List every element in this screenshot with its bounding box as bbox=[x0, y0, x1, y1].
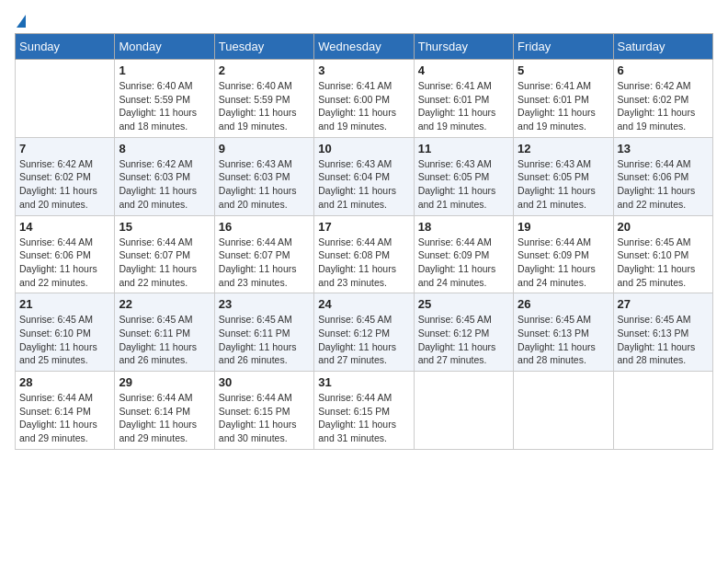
weekday-header: Wednesday bbox=[314, 34, 414, 60]
day-info: Sunrise: 6:45 AMSunset: 6:12 PMDaylight:… bbox=[418, 313, 509, 367]
weekday-header: Monday bbox=[115, 34, 214, 60]
day-number: 19 bbox=[518, 220, 609, 234]
calendar-day-cell: 12Sunrise: 6:43 AMSunset: 6:05 PMDayligh… bbox=[514, 137, 613, 215]
calendar-day-cell: 2Sunrise: 6:40 AMSunset: 5:59 PMDaylight… bbox=[214, 60, 313, 138]
day-number: 21 bbox=[19, 297, 110, 311]
calendar-day-cell: 9Sunrise: 6:43 AMSunset: 6:03 PMDaylight… bbox=[214, 137, 313, 215]
day-number: 22 bbox=[119, 297, 210, 311]
day-info: Sunrise: 6:44 AMSunset: 6:09 PMDaylight:… bbox=[518, 236, 609, 290]
logo-triangle-icon bbox=[17, 15, 26, 28]
day-info: Sunrise: 6:44 AMSunset: 6:15 PMDaylight:… bbox=[219, 391, 310, 445]
calendar-week-row: 1Sunrise: 6:40 AMSunset: 5:59 PMDaylight… bbox=[16, 60, 713, 138]
calendar-day-cell: 8Sunrise: 6:42 AMSunset: 6:03 PMDaylight… bbox=[115, 137, 214, 215]
calendar-day-cell: 27Sunrise: 6:45 AMSunset: 6:13 PMDayligh… bbox=[613, 293, 712, 372]
day-number: 1 bbox=[119, 63, 210, 77]
day-info: Sunrise: 6:40 AMSunset: 5:59 PMDaylight:… bbox=[219, 79, 310, 133]
day-info: Sunrise: 6:45 AMSunset: 6:12 PMDaylight:… bbox=[318, 313, 409, 367]
calendar-day-cell: 7Sunrise: 6:42 AMSunset: 6:02 PMDaylight… bbox=[16, 137, 115, 215]
calendar-day-cell: 1Sunrise: 6:40 AMSunset: 5:59 PMDaylight… bbox=[115, 60, 214, 138]
calendar-day-cell: 18Sunrise: 6:44 AMSunset: 6:09 PMDayligh… bbox=[414, 215, 513, 293]
calendar-day-cell: 22Sunrise: 6:45 AMSunset: 6:11 PMDayligh… bbox=[115, 293, 214, 372]
day-info: Sunrise: 6:43 AMSunset: 6:05 PMDaylight:… bbox=[518, 157, 609, 212]
day-number: 7 bbox=[19, 142, 110, 155]
page-header bbox=[15, 15, 713, 28]
day-info: Sunrise: 6:44 AMSunset: 6:08 PMDaylight:… bbox=[318, 236, 409, 290]
calendar-week-row: 14Sunrise: 6:44 AMSunset: 6:06 PMDayligh… bbox=[16, 215, 713, 293]
day-number: 15 bbox=[119, 220, 210, 234]
day-info: Sunrise: 6:43 AMSunset: 6:03 PMDaylight:… bbox=[219, 157, 310, 212]
day-number: 10 bbox=[318, 142, 409, 155]
day-number: 12 bbox=[518, 142, 609, 155]
day-info: Sunrise: 6:44 AMSunset: 6:07 PMDaylight:… bbox=[219, 236, 310, 290]
day-info: Sunrise: 6:44 AMSunset: 6:07 PMDaylight:… bbox=[119, 236, 210, 290]
calendar-week-row: 7Sunrise: 6:42 AMSunset: 6:02 PMDaylight… bbox=[16, 137, 713, 215]
calendar-day-cell: 10Sunrise: 6:43 AMSunset: 6:04 PMDayligh… bbox=[314, 137, 414, 215]
day-info: Sunrise: 6:42 AMSunset: 6:02 PMDaylight:… bbox=[19, 157, 110, 212]
calendar-week-row: 21Sunrise: 6:45 AMSunset: 6:10 PMDayligh… bbox=[16, 293, 713, 372]
day-number: 3 bbox=[318, 63, 409, 77]
calendar-day-cell: 5Sunrise: 6:41 AMSunset: 6:01 PMDaylight… bbox=[514, 60, 613, 138]
day-info: Sunrise: 6:43 AMSunset: 6:05 PMDaylight:… bbox=[418, 157, 509, 212]
calendar-day-cell bbox=[613, 372, 712, 450]
calendar-day-cell: 28Sunrise: 6:44 AMSunset: 6:14 PMDayligh… bbox=[16, 372, 115, 450]
day-info: Sunrise: 6:41 AMSunset: 6:00 PMDaylight:… bbox=[318, 79, 409, 133]
calendar-day-cell: 30Sunrise: 6:44 AMSunset: 6:15 PMDayligh… bbox=[214, 372, 313, 450]
calendar-day-cell bbox=[514, 372, 613, 450]
day-info: Sunrise: 6:45 AMSunset: 6:13 PMDaylight:… bbox=[618, 313, 709, 367]
day-number: 25 bbox=[418, 297, 509, 311]
weekday-header: Saturday bbox=[613, 34, 712, 60]
calendar-day-cell: 19Sunrise: 6:44 AMSunset: 6:09 PMDayligh… bbox=[514, 215, 613, 293]
day-number: 14 bbox=[19, 220, 110, 234]
day-number: 13 bbox=[618, 142, 709, 155]
calendar-day-cell: 24Sunrise: 6:45 AMSunset: 6:12 PMDayligh… bbox=[314, 293, 414, 372]
day-info: Sunrise: 6:42 AMSunset: 6:03 PMDaylight:… bbox=[119, 157, 210, 212]
day-info: Sunrise: 6:44 AMSunset: 6:06 PMDaylight:… bbox=[618, 157, 709, 212]
calendar-day-cell: 16Sunrise: 6:44 AMSunset: 6:07 PMDayligh… bbox=[214, 215, 313, 293]
day-info: Sunrise: 6:40 AMSunset: 5:59 PMDaylight:… bbox=[119, 79, 210, 133]
calendar-day-cell bbox=[414, 372, 513, 450]
day-number: 17 bbox=[318, 220, 409, 234]
weekday-header: Thursday bbox=[414, 34, 513, 60]
day-number: 11 bbox=[418, 142, 509, 155]
day-number: 23 bbox=[219, 297, 310, 311]
calendar-day-cell: 23Sunrise: 6:45 AMSunset: 6:11 PMDayligh… bbox=[214, 293, 313, 372]
calendar-day-cell: 20Sunrise: 6:45 AMSunset: 6:10 PMDayligh… bbox=[613, 215, 712, 293]
weekday-header: Sunday bbox=[16, 34, 115, 60]
day-number: 18 bbox=[418, 220, 509, 234]
calendar-day-cell: 25Sunrise: 6:45 AMSunset: 6:12 PMDayligh… bbox=[414, 293, 513, 372]
day-info: Sunrise: 6:45 AMSunset: 6:11 PMDaylight:… bbox=[219, 313, 310, 367]
calendar-day-cell: 3Sunrise: 6:41 AMSunset: 6:00 PMDaylight… bbox=[314, 60, 414, 138]
calendar-day-cell: 14Sunrise: 6:44 AMSunset: 6:06 PMDayligh… bbox=[16, 215, 115, 293]
day-number: 4 bbox=[418, 63, 509, 77]
calendar-day-cell: 31Sunrise: 6:44 AMSunset: 6:15 PMDayligh… bbox=[314, 372, 414, 450]
calendar-day-cell: 6Sunrise: 6:42 AMSunset: 6:02 PMDaylight… bbox=[613, 60, 712, 138]
calendar-day-cell: 21Sunrise: 6:45 AMSunset: 6:10 PMDayligh… bbox=[16, 293, 115, 372]
day-number: 6 bbox=[618, 63, 709, 77]
day-number: 16 bbox=[219, 220, 310, 234]
day-info: Sunrise: 6:44 AMSunset: 6:06 PMDaylight:… bbox=[19, 236, 110, 290]
day-info: Sunrise: 6:42 AMSunset: 6:02 PMDaylight:… bbox=[618, 79, 709, 133]
day-info: Sunrise: 6:45 AMSunset: 6:11 PMDaylight:… bbox=[119, 313, 210, 367]
weekday-header: Friday bbox=[514, 34, 613, 60]
calendar-day-cell: 13Sunrise: 6:44 AMSunset: 6:06 PMDayligh… bbox=[613, 137, 712, 215]
day-number: 28 bbox=[19, 375, 110, 389]
calendar-day-cell: 29Sunrise: 6:44 AMSunset: 6:14 PMDayligh… bbox=[115, 372, 214, 450]
calendar-header-row: SundayMondayTuesdayWednesdayThursdayFrid… bbox=[16, 34, 713, 60]
calendar-day-cell: 11Sunrise: 6:43 AMSunset: 6:05 PMDayligh… bbox=[414, 137, 513, 215]
day-number: 30 bbox=[219, 375, 310, 389]
weekday-header: Tuesday bbox=[214, 34, 313, 60]
calendar-day-cell: 4Sunrise: 6:41 AMSunset: 6:01 PMDaylight… bbox=[414, 60, 513, 138]
day-number: 8 bbox=[119, 142, 210, 155]
day-info: Sunrise: 6:41 AMSunset: 6:01 PMDaylight:… bbox=[418, 79, 509, 133]
day-number: 24 bbox=[318, 297, 409, 311]
day-info: Sunrise: 6:44 AMSunset: 6:14 PMDaylight:… bbox=[19, 391, 110, 445]
day-number: 29 bbox=[119, 375, 210, 389]
day-number: 20 bbox=[618, 220, 709, 234]
day-number: 9 bbox=[219, 142, 310, 155]
day-number: 2 bbox=[219, 63, 310, 77]
logo bbox=[15, 15, 26, 28]
day-info: Sunrise: 6:41 AMSunset: 6:01 PMDaylight:… bbox=[518, 79, 609, 133]
calendar-day-cell: 17Sunrise: 6:44 AMSunset: 6:08 PMDayligh… bbox=[314, 215, 414, 293]
day-info: Sunrise: 6:44 AMSunset: 6:15 PMDaylight:… bbox=[318, 391, 409, 445]
day-number: 27 bbox=[618, 297, 709, 311]
